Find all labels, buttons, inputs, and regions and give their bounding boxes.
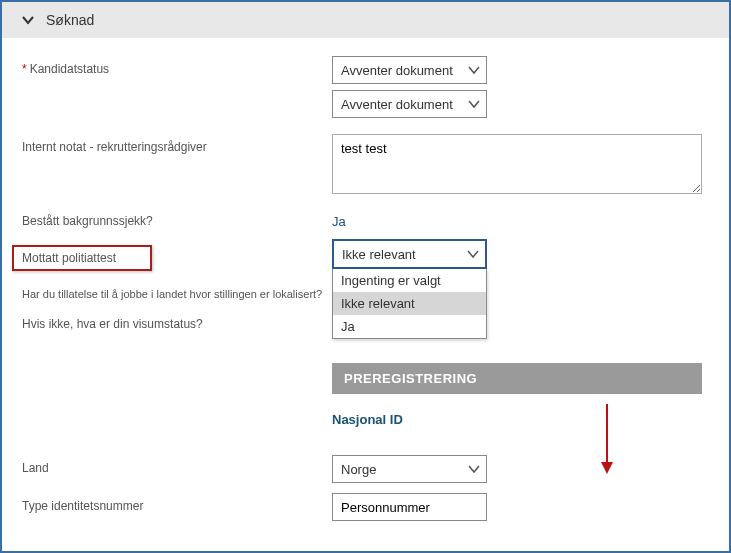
row-politiattest: Mottatt politiattest Ikke relevant Ingen…	[22, 239, 709, 271]
kandidatstatus-label: *Kandidatstatus	[22, 56, 332, 76]
row-type-id: Type identitetsnummer	[22, 493, 709, 521]
required-asterisk: *	[22, 62, 27, 76]
internt-notat-label: Internt notat - rekrutteringsrådgiver	[22, 134, 332, 154]
section-header[interactable]: Søknad	[2, 2, 729, 38]
chevron-down-icon	[467, 248, 479, 260]
type-id-label: Type identitetsnummer	[22, 493, 332, 513]
section-title: Søknad	[46, 12, 94, 28]
preregistrering-bar: PREREGISTRERING	[332, 363, 702, 394]
kandidatstatus-select-1-value: Avventer dokument	[341, 63, 453, 78]
politiattest-option-ja[interactable]: Ja	[333, 315, 486, 338]
chevron-down-icon	[468, 64, 480, 76]
kandidatstatus-select-2[interactable]: Avventer dokument	[332, 90, 487, 118]
politiattest-label-wrap: Mottatt politiattest	[22, 239, 332, 271]
internt-notat-textarea[interactable]	[332, 134, 702, 194]
politiattest-select[interactable]: Ikke relevant	[332, 239, 487, 269]
politiattest-select-value: Ikke relevant	[342, 247, 416, 262]
type-id-input[interactable]	[332, 493, 487, 521]
kandidatstatus-select-1[interactable]: Avventer dokument	[332, 56, 487, 84]
chevron-down-icon	[22, 14, 34, 26]
chevron-down-icon	[468, 463, 480, 475]
row-land: Land Norge	[22, 455, 709, 483]
politiattest-option-ikke-relevant[interactable]: Ikke relevant	[333, 292, 486, 315]
nasjonal-id-title: Nasjonal ID	[332, 412, 709, 427]
row-internt-notat: Internt notat - rekrutteringsrådgiver	[22, 134, 709, 198]
form-body: *Kandidatstatus Avventer dokument Avvent…	[2, 38, 729, 541]
kandidatstatus-select-2-value: Avventer dokument	[341, 97, 453, 112]
row-bakgrunnssjekk: Bestått bakgrunnssjekk? Ja	[22, 208, 709, 229]
land-select[interactable]: Norge	[332, 455, 487, 483]
politiattest-option-ingenting[interactable]: Ingenting er valgt	[333, 269, 486, 292]
politiattest-dropdown-list: Ingenting er valgt Ikke relevant Ja	[332, 269, 487, 339]
visumstatus-label: Hvis ikke, hva er din visumstatus?	[22, 311, 332, 331]
row-preregistrering: PREREGISTRERING Nasjonal ID	[22, 341, 709, 445]
bakgrunnssjekk-label: Bestått bakgrunnssjekk?	[22, 208, 332, 228]
land-label: Land	[22, 455, 332, 475]
politiattest-label-highlighted: Mottatt politiattest	[12, 245, 152, 271]
land-select-value: Norge	[341, 462, 376, 477]
row-kandidatstatus: *Kandidatstatus Avventer dokument Avvent…	[22, 56, 709, 118]
chevron-down-icon	[468, 98, 480, 110]
tillatelse-label: Har du tillatelse til å jobbe i landet h…	[22, 281, 332, 301]
bakgrunnssjekk-value: Ja	[332, 208, 709, 229]
